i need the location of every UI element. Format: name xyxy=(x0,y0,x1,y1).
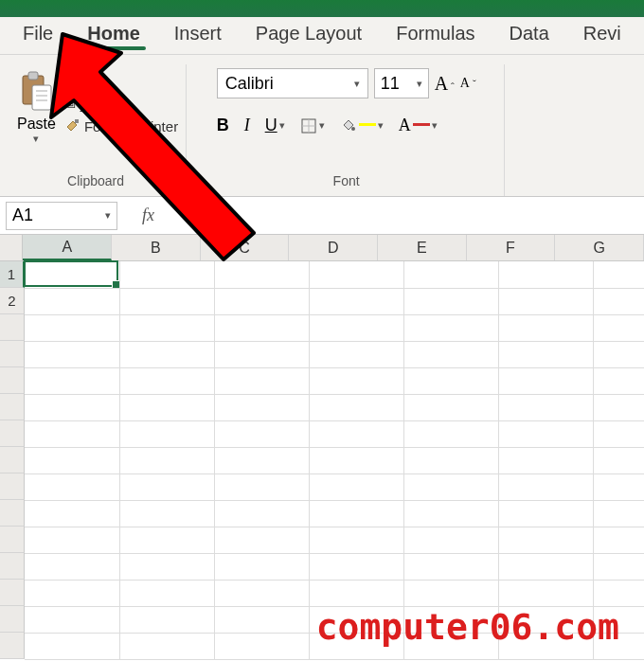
row-header[interactable] xyxy=(0,314,25,341)
tab-home[interactable]: Home xyxy=(81,17,146,54)
svg-point-10 xyxy=(351,127,355,131)
formula-bar: A1 ▾ fx xyxy=(0,197,644,235)
ribbon-tabs: File Home Insert Page Layout Formulas Da… xyxy=(0,17,644,55)
paint-bucket-icon xyxy=(340,117,357,134)
watermark-text: computer06.com xyxy=(316,606,619,648)
selection-a1 xyxy=(24,260,118,287)
font-name-select[interactable]: Calibri ▾ xyxy=(217,68,368,98)
row-header[interactable] xyxy=(0,447,25,473)
decrease-font-label: A xyxy=(460,76,470,91)
column-header-g[interactable]: G xyxy=(555,235,644,260)
tab-review[interactable]: Revi xyxy=(578,17,627,54)
tab-formulas[interactable]: Formulas xyxy=(390,17,480,54)
scissors-icon: ✂ xyxy=(65,72,78,89)
chevron-down-icon: ▾ xyxy=(33,133,39,145)
chevron-down-icon: ▾ xyxy=(319,119,325,132)
column-header-e[interactable]: E xyxy=(378,235,467,260)
chevron-down-icon: ▾ xyxy=(378,119,384,132)
border-icon xyxy=(300,117,317,134)
chevron-down-icon: ▾ xyxy=(432,119,438,132)
font-size-value: 11 xyxy=(381,74,400,94)
format-painter-button[interactable]: Format Painter xyxy=(65,117,178,135)
paste-button[interactable]: Paste ▾ xyxy=(13,68,60,147)
select-all-corner[interactable] xyxy=(0,235,23,260)
ribbon: Paste ▾ ✂ ⧉ y ▾ Format Painter xyxy=(0,55,644,197)
cell-area[interactable] xyxy=(25,261,644,659)
clipboard-group: Paste ▾ ✂ ⧉ y ▾ Format Painter xyxy=(9,64,187,196)
formula-input[interactable] xyxy=(166,202,644,230)
spreadsheet-grid: A B C D E F G 1 2 xyxy=(0,235,644,661)
paste-label: Paste xyxy=(17,116,56,133)
svg-rect-6 xyxy=(75,119,79,123)
font-size-select[interactable]: 11 ▾ xyxy=(374,68,429,98)
svg-rect-1 xyxy=(28,72,38,80)
column-header-d[interactable]: D xyxy=(289,235,378,260)
format-painter-label: Format Painter xyxy=(84,118,178,134)
row-header[interactable] xyxy=(0,367,25,394)
row-header[interactable] xyxy=(0,394,25,420)
title-bar xyxy=(0,0,644,17)
bold-button[interactable]: B xyxy=(217,116,229,135)
clipboard-group-label: Clipboard xyxy=(67,173,124,192)
row-header[interactable] xyxy=(0,341,25,367)
italic-button[interactable]: I xyxy=(244,116,250,135)
chevron-down-icon: ▾ xyxy=(354,78,360,90)
cut-button[interactable]: ✂ xyxy=(65,72,178,89)
row-header[interactable] xyxy=(0,500,25,527)
row-header[interactable] xyxy=(0,553,25,580)
row-header[interactable] xyxy=(0,580,25,606)
font-group-label: Font xyxy=(333,173,360,192)
row-header-2[interactable]: 2 xyxy=(0,288,25,314)
borders-button[interactable]: ▾ xyxy=(300,117,325,134)
paintbrush-icon xyxy=(65,117,80,135)
row-header[interactable] xyxy=(0,527,25,553)
name-box[interactable]: A1 ▾ xyxy=(6,202,117,230)
underline-button[interactable]: U ▾ xyxy=(265,116,285,135)
font-name-value: Calibri xyxy=(225,74,274,94)
tab-data[interactable]: Data xyxy=(504,17,555,54)
increase-font-label: A xyxy=(435,73,448,95)
svg-rect-2 xyxy=(32,85,51,110)
column-header-c[interactable]: C xyxy=(201,235,290,260)
chevron-down-icon: ▾ xyxy=(417,78,422,90)
row-header[interactable] xyxy=(0,473,25,500)
chevron-down-icon: ▾ xyxy=(90,98,96,110)
clipboard-icon xyxy=(17,70,55,116)
chevron-down-icon: ▾ xyxy=(105,209,111,222)
copy-icon: ⧉ xyxy=(65,95,76,112)
column-header-b[interactable]: B xyxy=(112,235,201,260)
column-headers: A B C D E F G xyxy=(0,235,644,261)
increase-font-button[interactable]: Aˆ xyxy=(435,73,455,95)
underline-label: U xyxy=(265,116,277,135)
row-header[interactable] xyxy=(0,606,25,633)
tab-file[interactable]: File xyxy=(17,17,59,54)
alignment-group xyxy=(510,64,548,196)
name-box-value: A1 xyxy=(12,205,33,225)
chevron-down-icon: ▾ xyxy=(279,119,285,132)
fx-label[interactable]: fx xyxy=(142,205,154,225)
row-header[interactable] xyxy=(0,633,25,659)
row-header[interactable] xyxy=(0,420,25,447)
tab-page-layout[interactable]: Page Layout xyxy=(250,17,367,54)
font-group: Calibri ▾ 11 ▾ Aˆ Aˇ B I U ▾ xyxy=(192,64,505,196)
fill-color-bar xyxy=(359,123,376,126)
font-color-letter: A xyxy=(399,116,411,135)
copy-button[interactable]: ⧉ y ▾ xyxy=(65,95,178,112)
row-headers: 1 2 xyxy=(0,261,25,659)
font-color-bar xyxy=(413,123,430,126)
copy-partial-label: y xyxy=(80,96,87,112)
decrease-font-button[interactable]: Aˇ xyxy=(460,76,476,91)
row-header-1[interactable]: 1 xyxy=(0,261,25,288)
column-header-f[interactable]: F xyxy=(467,235,556,260)
font-color-button[interactable]: A ▾ xyxy=(399,116,438,135)
tab-insert[interactable]: Insert xyxy=(169,17,227,54)
fill-color-button[interactable]: ▾ xyxy=(340,117,384,134)
column-header-a[interactable]: A xyxy=(23,235,112,260)
